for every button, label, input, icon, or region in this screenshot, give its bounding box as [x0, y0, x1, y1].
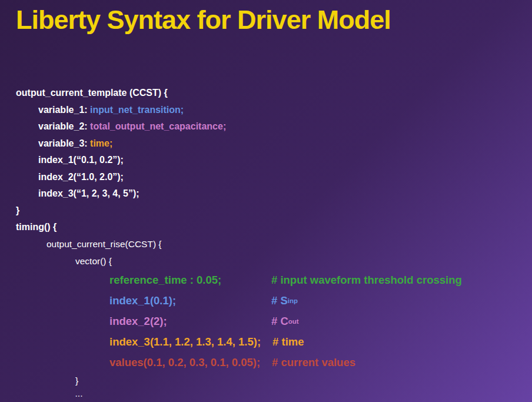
- code-line: variable_2: total_output_net_capacitance…: [0, 118, 532, 135]
- code-block: output_current_template (CCST) { variabl…: [0, 85, 532, 400]
- code-statement: index_3(1.1, 1.2, 1.3, 1.4, 1.5);: [109, 337, 261, 348]
- code-comment: # C: [271, 316, 288, 327]
- code-comment: # current values: [272, 357, 355, 368]
- code-line: output_current_rise(CCST) {: [0, 236, 532, 253]
- code-line: reference_time : 0.05;# input waveform t…: [0, 270, 532, 291]
- code-text: index_1(“0.1, 0.2”);: [38, 155, 124, 165]
- slide: Liberty Syntax for Driver Model output_c…: [0, 0, 532, 402]
- code-statement: reference_time : 0.05;: [109, 275, 271, 286]
- code-line: index_1(0.1);# Sinp: [0, 291, 532, 311]
- code-comment: # S: [271, 295, 288, 307]
- code-text: index_2(“1.0, 2.0”);: [38, 172, 124, 182]
- code-line: }: [0, 202, 532, 220]
- code-comment: # input waveform threshold crossing: [271, 275, 462, 286]
- code-line: output_current_template (CCST) {: [0, 85, 532, 102]
- code-text: timing() {: [16, 222, 56, 232]
- code-text: }: [16, 206, 19, 215]
- code-line: index_2(“1.0, 2.0”);: [0, 169, 532, 186]
- code-line: index_2(2);# Cout: [0, 311, 532, 332]
- code-text: index_3(“1, 2, 3, 4, 5”);: [38, 189, 139, 198]
- code-value: total_output_net_capacitance;: [90, 122, 226, 131]
- code-value: time;: [90, 139, 112, 148]
- code-text: output_current_template (CCST) {: [16, 88, 168, 98]
- code-text: output_current_rise(CCST) {: [46, 240, 162, 249]
- code-line: variable_1: input_net_transition;: [0, 102, 532, 119]
- code-line: vector() {: [0, 253, 532, 270]
- code-keyword: variable_3:: [38, 139, 90, 148]
- code-line: variable_3: time;: [0, 135, 532, 152]
- ellipsis-text: ...: [75, 391, 83, 398]
- code-statement: index_2(2);: [109, 316, 271, 327]
- code-keyword: variable_1:: [38, 105, 90, 115]
- code-value: input_net_transition;: [90, 105, 184, 115]
- code-line-ellipsis: ...: [0, 388, 532, 400]
- code-text: vector() {: [75, 257, 112, 266]
- code-statement: values(0.1, 0.2, 0.3, 0.1, 0.05);: [109, 357, 260, 368]
- code-statement: index_1(0.1);: [109, 295, 271, 307]
- code-line: timing() {: [0, 219, 532, 236]
- code-keyword: variable_2:: [38, 122, 90, 131]
- code-comment: # time: [272, 337, 304, 348]
- code-line: }: [0, 373, 532, 388]
- code-line: index_1(“0.1, 0.2”);: [0, 152, 532, 169]
- code-line: index_3(“1, 2, 3, 4, 5”);: [0, 185, 532, 202]
- code-text: }: [75, 376, 78, 386]
- page-title: Liberty Syntax for Driver Model: [16, 5, 391, 35]
- code-line: values(0.1, 0.2, 0.3, 0.1, 0.05);# curre…: [0, 353, 532, 373]
- code-line: index_3(1.1, 1.2, 1.3, 1.4, 1.5);# time: [0, 332, 532, 353]
